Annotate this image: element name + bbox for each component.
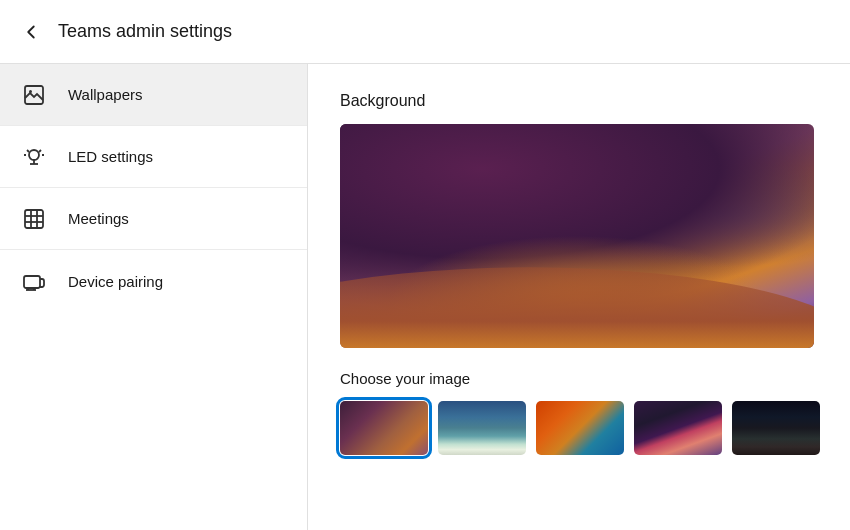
- image-grid: [340, 401, 818, 455]
- background-preview: [340, 124, 814, 348]
- header: Teams admin settings: [0, 0, 850, 64]
- svg-point-2: [29, 150, 39, 160]
- sidebar: Wallpapers LED settings: [0, 64, 308, 530]
- svg-rect-10: [24, 276, 40, 288]
- svg-rect-3: [25, 210, 43, 228]
- image-thumb-4[interactable]: [634, 401, 722, 455]
- sidebar-item-meetings[interactable]: Meetings: [0, 188, 307, 250]
- sidebar-item-wallpapers[interactable]: Wallpapers: [0, 64, 307, 126]
- sidebar-item-wallpapers-label: Wallpapers: [68, 86, 142, 103]
- main-layout: Wallpapers LED settings: [0, 64, 850, 530]
- meetings-icon: [20, 205, 48, 233]
- image-thumb-5[interactable]: [732, 401, 820, 455]
- back-button[interactable]: [20, 21, 42, 43]
- background-section-title: Background: [340, 92, 818, 110]
- sidebar-item-led-settings[interactable]: LED settings: [0, 126, 307, 188]
- choose-section-title: Choose your image: [340, 370, 818, 387]
- sidebar-item-led-settings-label: LED settings: [68, 148, 153, 165]
- led-icon: [20, 143, 48, 171]
- image-thumb-2[interactable]: [438, 401, 526, 455]
- image-thumb-3[interactable]: [536, 401, 624, 455]
- sidebar-item-device-pairing[interactable]: Device pairing: [0, 250, 307, 312]
- sidebar-item-meetings-label: Meetings: [68, 210, 129, 227]
- device-pairing-icon: [20, 267, 48, 295]
- image-thumb-1[interactable]: [340, 401, 428, 455]
- wallpaper-icon: [20, 81, 48, 109]
- main-content: Background Choose your image: [308, 64, 850, 530]
- page-title: Teams admin settings: [58, 21, 232, 42]
- sidebar-item-device-pairing-label: Device pairing: [68, 273, 163, 290]
- background-preview-image: [340, 124, 814, 348]
- svg-point-1: [29, 90, 32, 93]
